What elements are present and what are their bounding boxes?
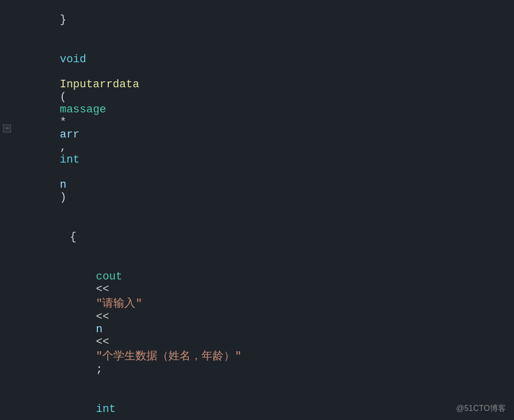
cout-name: cout <box>96 270 122 283</box>
code-cout: cout << "请输入" << n << "个学生数据（姓名，年龄）" ; <box>16 258 514 388</box>
code-editor: } − void Inputarrdata ( massage * arr , … <box>0 0 514 420</box>
cout-op1: << <box>96 283 109 296</box>
cout-semi: ; <box>96 363 102 376</box>
code-int-i: int i = 0 ; <box>16 390 514 420</box>
type-massage1: massage <box>60 103 106 116</box>
line-cout: cout << "请输入" << n << "个学生数据（姓名，年龄）" ; <box>0 257 514 389</box>
line-int-i: int i = 0 ; <box>0 389 514 420</box>
kw-void1: void <box>60 53 86 66</box>
cout-op3: << <box>96 336 109 348</box>
star1: * <box>60 116 73 128</box>
str-please-input: "请输入" <box>96 298 142 310</box>
comma1: , <box>60 141 73 154</box>
kw-int1: int <box>60 154 80 166</box>
code-prev-close: } <box>16 1 514 39</box>
space-i <box>96 415 102 420</box>
brace-open1: { <box>70 231 76 243</box>
line-func-inputarrdata: − void Inputarrdata ( massage * arr , in… <box>0 40 514 217</box>
code-ob1: { <box>16 218 514 256</box>
str-student-data: "个学生数据（姓名，年龄）" <box>96 350 241 363</box>
brace-close: } <box>60 14 66 26</box>
fold-btn-func1[interactable]: − <box>3 124 11 132</box>
watermark: @51CTO博客 <box>456 403 506 414</box>
line-prev-close: } <box>0 0 514 40</box>
line-open-brace1: { <box>0 217 514 257</box>
code-func1: void Inputarrdata ( massage * arr , int … <box>16 41 514 216</box>
space1 <box>60 66 66 78</box>
param-n1: n <box>60 179 66 191</box>
paren1: ( <box>60 91 66 103</box>
paren2: ) <box>60 191 66 204</box>
fn-inputarrdata: Inputarrdata <box>60 78 139 91</box>
cout-op2: << <box>96 311 109 323</box>
kw-int2: int <box>96 403 116 415</box>
var-n-cout: n <box>96 323 102 336</box>
param-arr1: arr <box>60 128 80 141</box>
space2 <box>60 166 66 179</box>
